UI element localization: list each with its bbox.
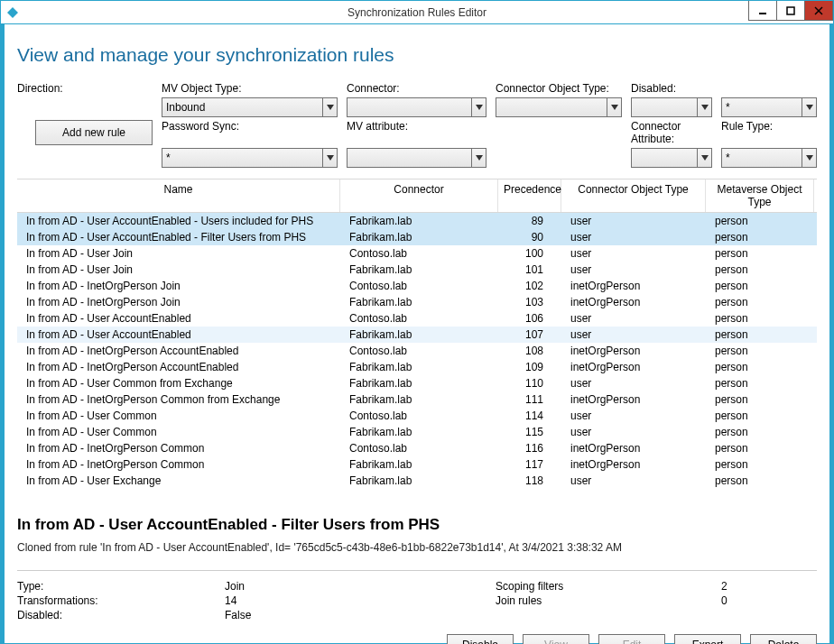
svg-marker-11: [476, 155, 483, 161]
connector-object-type-select[interactable]: [631, 97, 712, 117]
grid-body[interactable]: In from AD - User AccountEnabled - Users…: [17, 213, 817, 511]
cell-cot: inetOrgPerson: [561, 343, 706, 359]
table-row[interactable]: In from AD - User CommonFabrikam.lab115u…: [17, 424, 817, 440]
cell-cot: user: [561, 245, 706, 262]
cell-connector: Fabrikam.lab: [340, 391, 498, 408]
table-row[interactable]: In from AD - User JoinContoso.lab100user…: [17, 245, 817, 262]
connector-select[interactable]: [496, 97, 622, 117]
table-row[interactable]: In from AD - InetOrgPerson CommonFabrika…: [17, 456, 817, 473]
col-connector[interactable]: Connector: [340, 179, 498, 212]
disabled-detail-value: False: [225, 609, 496, 621]
table-row[interactable]: In from AD - User ExchangeFabrikam.lab11…: [17, 473, 817, 489]
cell-precedence: 90: [498, 229, 561, 245]
password-sync-value: *: [166, 152, 171, 164]
cell-precedence: 107: [498, 327, 561, 343]
chevron-down-icon: [802, 98, 816, 116]
maximize-button[interactable]: [776, 1, 805, 21]
table-row[interactable]: In from AD - User AccountEnabled - Filte…: [17, 229, 817, 245]
direction-value: Inbound: [166, 101, 205, 114]
table-row[interactable]: In from AD - User AccountEnabledFabrikam…: [17, 327, 817, 343]
mv-object-type-select[interactable]: [347, 97, 486, 117]
cell-cot: inetOrgPerson: [561, 278, 706, 294]
table-row[interactable]: In from AD - User Common from ExchangeFa…: [17, 375, 817, 391]
cell-cot: user: [561, 262, 706, 278]
table-row[interactable]: In from AD - InetOrgPerson JoinFabrikam.…: [17, 294, 817, 310]
cell-connector: Contoso.lab: [340, 245, 498, 262]
table-row[interactable]: In from AD - User CommonContoso.lab114us…: [17, 408, 817, 424]
col-mot[interactable]: Metaverse Object Type: [706, 179, 814, 212]
cell-name: In from AD - User Common: [17, 408, 340, 424]
connector-attribute-label: Connector Attribute:: [631, 120, 712, 145]
mv-object-type-label: MV Object Type:: [162, 82, 338, 95]
transformations-label: Transformations:: [17, 594, 225, 607]
cell-precedence: 116: [498, 440, 561, 456]
type-label: Type:: [17, 580, 225, 593]
export-button[interactable]: Export: [674, 634, 741, 644]
add-new-rule-button[interactable]: Add new rule: [35, 120, 153, 145]
cell-cot: inetOrgPerson: [561, 391, 706, 408]
cell-connector: Fabrikam.lab: [340, 473, 498, 489]
cell-precedence: 110: [498, 375, 561, 391]
cell-connector: Contoso.lab: [340, 343, 498, 359]
table-row[interactable]: In from AD - User JoinFabrikam.lab101use…: [17, 262, 817, 278]
cell-name: In from AD - User Join: [17, 245, 340, 262]
mv-attribute-select[interactable]: [347, 148, 486, 168]
cell-precedence: 89: [498, 213, 561, 229]
grid-header: Name Connector Precedence Connector Obje…: [17, 179, 817, 213]
chevron-down-icon: [471, 98, 486, 116]
direction-select[interactable]: Inbound: [162, 97, 338, 117]
cell-name: In from AD - User AccountEnabled - Users…: [17, 213, 340, 229]
table-row[interactable]: In from AD - User AccountEnabledContoso.…: [17, 310, 817, 327]
cell-mot: person: [706, 359, 814, 375]
cell-mot: person: [706, 213, 814, 229]
table-row[interactable]: In from AD - User AccountEnabled - Users…: [17, 213, 817, 229]
disabled-label: Disabled:: [631, 82, 712, 95]
edit-button[interactable]: Edit: [598, 634, 665, 644]
svg-marker-13: [806, 155, 813, 161]
cell-mot: person: [706, 229, 814, 245]
rules-grid: Name Connector Precedence Connector Obje…: [17, 179, 817, 511]
cell-mot: person: [706, 440, 814, 456]
table-row[interactable]: In from AD - InetOrgPerson AccountEnable…: [17, 343, 817, 359]
connector-attribute-select[interactable]: [631, 148, 712, 168]
connector-object-type-label: Connector Object Type:: [496, 82, 622, 95]
cell-mot: person: [706, 343, 814, 359]
password-sync-select[interactable]: *: [162, 148, 338, 168]
mv-attribute-label: MV attribute:: [347, 120, 486, 145]
close-button[interactable]: [804, 1, 833, 21]
svg-marker-6: [476, 105, 483, 110]
col-cot[interactable]: Connector Object Type: [561, 179, 706, 212]
cell-precedence: 114: [498, 408, 561, 424]
cell-connector: Contoso.lab: [340, 440, 498, 456]
cell-cot: inetOrgPerson: [561, 359, 706, 375]
detail-grid: Type: Join Scoping filters 2 Transformat…: [17, 580, 817, 621]
cell-cot: user: [561, 424, 706, 440]
table-row[interactable]: In from AD - InetOrgPerson CommonContoso…: [17, 440, 817, 456]
col-name[interactable]: Name: [17, 179, 340, 212]
cell-precedence: 106: [498, 310, 561, 327]
scoping-label: Scoping filters: [496, 580, 721, 593]
delete-button[interactable]: Delete: [750, 634, 817, 644]
cell-mot: person: [706, 245, 814, 262]
table-row[interactable]: In from AD - InetOrgPerson JoinContoso.l…: [17, 278, 817, 294]
rule-type-select[interactable]: *: [721, 148, 817, 168]
cell-cot: inetOrgPerson: [561, 294, 706, 310]
col-precedence[interactable]: Precedence: [498, 179, 561, 212]
cell-precedence: 109: [498, 359, 561, 375]
rule-type-label: Rule Type:: [721, 120, 817, 145]
cell-name: In from AD - User AccountEnabled - Filte…: [17, 229, 340, 245]
svg-marker-7: [611, 105, 618, 110]
svg-marker-0: [7, 7, 18, 18]
table-row[interactable]: In from AD - InetOrgPerson AccountEnable…: [17, 359, 817, 375]
cell-name: In from AD - InetOrgPerson Common: [17, 440, 340, 456]
disabled-select[interactable]: *: [721, 97, 817, 117]
disable-button[interactable]: Disable: [447, 634, 514, 644]
cell-mot: person: [706, 375, 814, 391]
cell-mot: person: [706, 294, 814, 310]
view-button[interactable]: View: [523, 634, 589, 644]
cell-cot: user: [561, 375, 706, 391]
cell-cot: user: [561, 408, 706, 424]
cell-connector: Fabrikam.lab: [340, 229, 498, 245]
minimize-button[interactable]: [748, 1, 777, 21]
table-row[interactable]: In from AD - InetOrgPerson Common from E…: [17, 391, 817, 408]
